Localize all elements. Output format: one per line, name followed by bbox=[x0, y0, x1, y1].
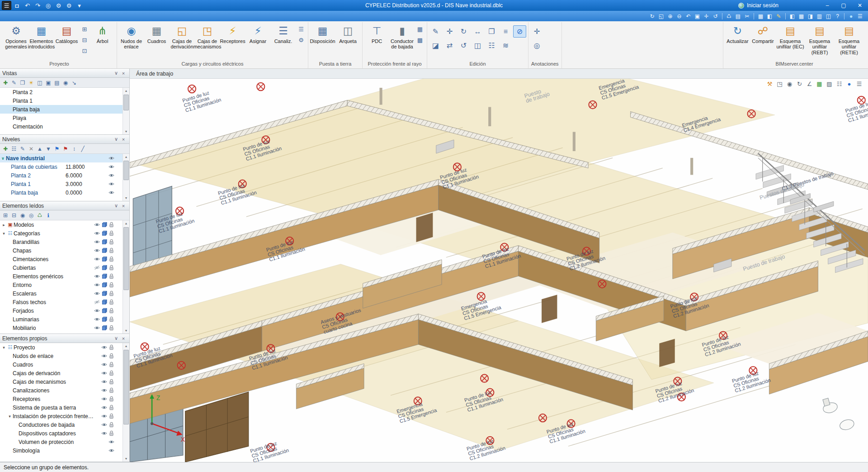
arbol-button[interactable]: ⋔ Árbol bbox=[90, 22, 115, 56]
import-options-icon[interactable]: ⚙ bbox=[54, 1, 63, 10]
chevron-down-icon[interactable]: ▾ bbox=[7, 414, 13, 419]
eye-icon[interactable] bbox=[108, 155, 114, 161]
show-all-icon[interactable]: ◉ bbox=[19, 211, 27, 219]
esquema-rebt-button[interactable]: ▤ Esquema unifilar (REBT) bbox=[805, 22, 834, 56]
eye-icon[interactable] bbox=[101, 353, 107, 359]
tree-row[interactable]: ▾☷Proyecto bbox=[0, 343, 123, 352]
tree-row[interactable]: ▾☷Categorías bbox=[0, 229, 123, 238]
info-icon[interactable]: ℹ bbox=[44, 211, 52, 219]
collapse-panel-icon[interactable]: ∨ bbox=[113, 335, 120, 341]
zoom-in-icon[interactable]: ⊕ bbox=[666, 12, 675, 20]
eye-icon[interactable] bbox=[101, 396, 107, 402]
receptores-button[interactable]: ⚡ Receptores bbox=[220, 22, 245, 56]
nudos-de-enlace-button[interactable]: ◉ Nudos de enlace bbox=[119, 22, 144, 56]
eye-icon[interactable] bbox=[101, 344, 107, 350]
shading-icon[interactable]: ◧ bbox=[765, 12, 774, 20]
lock-icon[interactable] bbox=[108, 422, 114, 428]
toggle-statusbar-icon[interactable]: ◫ bbox=[824, 12, 833, 20]
tree-row[interactable]: Cajas de mecanismos bbox=[0, 377, 123, 386]
light-point-symbol[interactable] bbox=[539, 414, 547, 422]
join-tool-button[interactable]: ≋ bbox=[499, 39, 512, 52]
close-panel-icon[interactable]: × bbox=[120, 336, 127, 341]
tree-row[interactable]: Nudos de enlace bbox=[0, 352, 123, 360]
cube-icon[interactable] bbox=[101, 282, 107, 288]
expand-tree-icon[interactable]: ⊞ bbox=[1, 211, 9, 219]
collapse-panel-icon[interactable]: ∨ bbox=[113, 203, 120, 209]
collapse-panel-icon[interactable]: ∨ bbox=[113, 70, 120, 76]
eye-icon[interactable] bbox=[108, 439, 114, 445]
collapse-panel-icon[interactable]: ∨ bbox=[113, 136, 120, 142]
move-down-icon[interactable]: ▼ bbox=[44, 145, 52, 153]
toggle-properties-icon[interactable]: ◨ bbox=[806, 12, 815, 20]
tree-row[interactable]: Cimentaciones bbox=[0, 255, 123, 263]
lock-icon[interactable] bbox=[108, 396, 114, 402]
save-icon[interactable]: ◘ bbox=[12, 1, 22, 10]
eye-icon[interactable] bbox=[101, 362, 107, 367]
layers-icon[interactable]: ☷ bbox=[835, 80, 844, 88]
rotate-tool-button[interactable]: ↻ bbox=[457, 25, 470, 38]
elementos-introducidos-button[interactable]: ▦ Elementos introducidos bbox=[29, 22, 54, 56]
offset-tool-button[interactable]: ⇄ bbox=[443, 39, 456, 52]
sun-view-icon[interactable]: ☀ bbox=[27, 79, 35, 87]
more-icon[interactable]: ▾ bbox=[75, 1, 84, 10]
scrollbar[interactable]: ▲ ▼ bbox=[123, 154, 129, 201]
eye-icon[interactable] bbox=[101, 430, 107, 436]
move-tool-button[interactable]: ✛ bbox=[443, 25, 456, 38]
isolate-icon[interactable]: ◎ bbox=[27, 211, 35, 219]
cajas-mecanismos-button[interactable]: ◳ Cajas de mecanismos bbox=[195, 22, 220, 56]
scroll-down-icon[interactable]: ▼ bbox=[123, 195, 129, 201]
cube-icon[interactable] bbox=[101, 239, 107, 245]
camera-view-icon[interactable]: ◉ bbox=[61, 79, 70, 87]
eye-icon[interactable] bbox=[94, 230, 100, 236]
move-up-icon[interactable]: ▲ bbox=[36, 145, 44, 153]
lock-icon[interactable] bbox=[108, 239, 114, 245]
duplicate-view-icon[interactable]: ❐ bbox=[19, 79, 27, 87]
paste-view-icon[interactable]: ▤ bbox=[53, 79, 61, 87]
tree-row[interactable]: Forjados bbox=[0, 306, 123, 315]
mesh-button[interactable]: ▦ bbox=[415, 24, 425, 34]
cube-icon[interactable] bbox=[101, 222, 107, 228]
lock-icon[interactable] bbox=[108, 413, 114, 419]
tree-options-button[interactable]: ⊡ bbox=[80, 46, 90, 56]
conduit-list-button[interactable]: ☰ bbox=[296, 24, 306, 34]
zoom-out-icon[interactable]: ⊖ bbox=[675, 12, 684, 20]
eye-icon[interactable] bbox=[94, 308, 100, 314]
eye-icon[interactable] bbox=[108, 448, 114, 453]
app-menu-icon[interactable]: ☰ bbox=[2, 1, 11, 10]
add-level-icon[interactable]: ✚ bbox=[1, 145, 9, 153]
redo-icon[interactable]: ↷ bbox=[33, 1, 42, 10]
opciones-generales-button[interactable]: ⚙ Opciones generales bbox=[4, 22, 28, 56]
toggle-grid-icon[interactable]: ▦ bbox=[797, 12, 806, 20]
chevron-down-icon[interactable]: ▾ bbox=[1, 345, 7, 350]
level-row[interactable]: Planta de cubiertas11.8000 bbox=[0, 162, 123, 171]
stretch-tool-button[interactable]: ↔ bbox=[471, 25, 484, 38]
lock-icon[interactable] bbox=[108, 430, 114, 436]
scrollbar[interactable]: ▲ ▼ bbox=[123, 343, 129, 462]
light-point-symbol[interactable] bbox=[257, 83, 264, 91]
rotate-view-icon[interactable]: ↺ bbox=[711, 12, 720, 20]
light-point-symbol[interactable] bbox=[481, 374, 488, 382]
capture-icon[interactable]: ✂ bbox=[743, 12, 751, 20]
bim-list-icon[interactable]: ☰ bbox=[856, 12, 864, 20]
measure-tools-icon[interactable]: ⚒ bbox=[765, 80, 774, 88]
eye-icon[interactable] bbox=[108, 164, 114, 170]
scroll-down-icon[interactable]: ▼ bbox=[123, 456, 129, 462]
tree-row[interactable]: Cubiertas bbox=[0, 263, 123, 272]
eye-off-icon[interactable] bbox=[94, 299, 100, 305]
lock-icon[interactable] bbox=[108, 379, 114, 385]
view-list-item[interactable]: Planta 2 bbox=[0, 88, 123, 96]
tree-row[interactable]: Elementos genéricos bbox=[0, 272, 123, 281]
eye-icon[interactable] bbox=[94, 316, 100, 322]
pdc-button[interactable]: ⊤ PDC bbox=[364, 22, 389, 56]
close-button[interactable]: ✕ bbox=[852, 0, 868, 11]
zoom-extents-icon[interactable]: ▣ bbox=[693, 12, 702, 20]
render-mode-icon[interactable]: ▨ bbox=[825, 80, 834, 88]
login-button[interactable]: Iniciar sesión bbox=[738, 2, 778, 9]
flag-red-icon[interactable]: ⚑ bbox=[61, 145, 70, 153]
eye-icon[interactable] bbox=[94, 256, 100, 262]
scroll-up-icon[interactable]: ▲ bbox=[123, 154, 129, 160]
chevron-down-icon[interactable]: ∨ bbox=[0, 156, 6, 161]
close-panel-icon[interactable]: × bbox=[120, 137, 127, 142]
lock-icon[interactable] bbox=[108, 316, 114, 322]
esquema-iec-button[interactable]: ▤ Esquema unifilar (IEC) bbox=[776, 22, 805, 56]
